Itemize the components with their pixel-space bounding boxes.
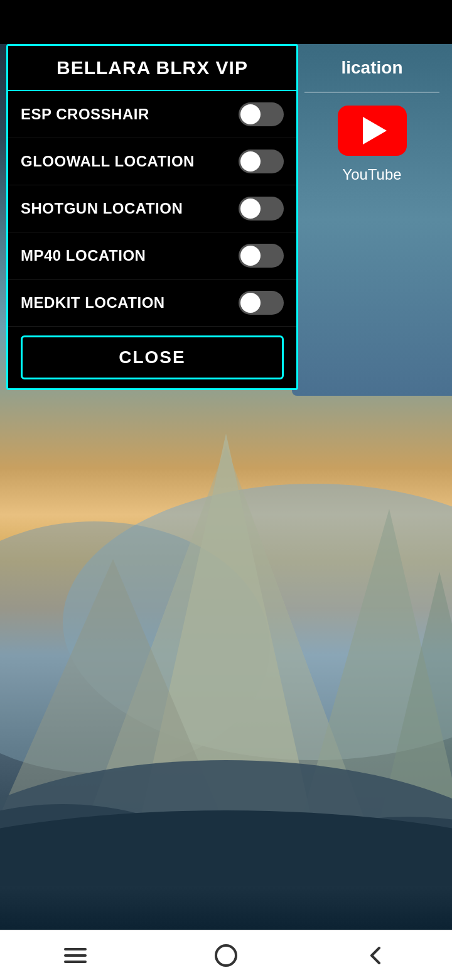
- status-bar: [0, 0, 452, 44]
- panel-body: ESP CROSSHAIRGLOOWALL LOCATIONSHOTGUN LO…: [8, 91, 296, 327]
- toggle-row-medkit-location: MEDKIT LOCATION: [8, 280, 296, 327]
- bg-app-title: lication: [341, 57, 402, 79]
- toggle-switch-esp-crosshair[interactable]: [239, 102, 284, 126]
- hamburger-icon: [64, 948, 87, 963]
- toggle-row-gloowall-location: GLOOWALL LOCATION: [8, 138, 296, 185]
- menu-button[interactable]: [50, 940, 100, 971]
- panel-header: BELLARA BLRX VIP: [8, 46, 296, 91]
- main-panel: BELLARA BLRX VIP ESP CROSSHAIRGLOOWALL L…: [6, 44, 298, 390]
- toggle-row-esp-crosshair: ESP CROSSHAIR: [8, 91, 296, 138]
- toggle-label-esp-crosshair: ESP CROSSHAIR: [21, 106, 149, 123]
- youtube-label: YouTube: [342, 166, 401, 183]
- toggle-label-mp40-location: MP40 LOCATION: [21, 247, 146, 264]
- toggle-switch-gloowall-location[interactable]: [239, 150, 284, 173]
- background-app: lication YouTube: [292, 44, 452, 396]
- panel-footer: CLOSE: [8, 327, 296, 388]
- youtube-play-icon: [363, 117, 387, 144]
- back-button[interactable]: [352, 940, 402, 971]
- bg-app-divider: [304, 92, 439, 93]
- landscape-svg: [0, 320, 452, 886]
- toggle-row-mp40-location: MP40 LOCATION: [8, 232, 296, 280]
- toggle-switch-medkit-location[interactable]: [239, 291, 284, 315]
- toggle-label-gloowall-location: GLOOWALL LOCATION: [21, 153, 195, 170]
- home-button[interactable]: [201, 940, 251, 971]
- home-circle-icon: [215, 944, 237, 967]
- toggle-switch-shotgun-location[interactable]: [239, 197, 284, 220]
- navigation-bar: [0, 930, 452, 980]
- toggle-switch-mp40-location[interactable]: [239, 244, 284, 268]
- close-button[interactable]: CLOSE: [21, 335, 284, 379]
- svg-point-10: [0, 810, 452, 886]
- toggle-label-shotgun-location: SHOTGUN LOCATION: [21, 200, 183, 217]
- back-arrow-icon: [365, 944, 388, 967]
- toggle-label-medkit-location: MEDKIT LOCATION: [21, 294, 165, 312]
- panel-title: BELLARA BLRX VIP: [21, 57, 284, 79]
- youtube-icon: [338, 106, 407, 156]
- toggle-row-shotgun-location: SHOTGUN LOCATION: [8, 185, 296, 232]
